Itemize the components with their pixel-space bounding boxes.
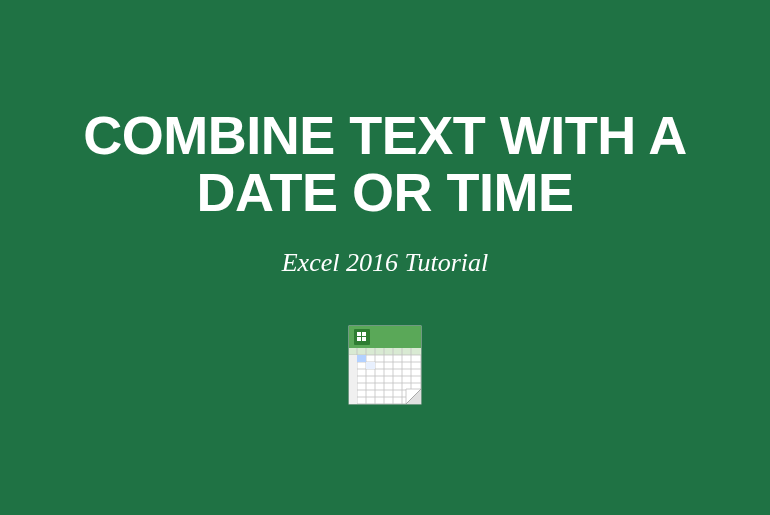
svg-rect-5 (362, 332, 366, 336)
excel-spreadsheet-icon (346, 320, 424, 408)
svg-rect-24 (349, 355, 357, 404)
page-subtitle: Excel 2016 Tutorial (282, 248, 489, 278)
svg-rect-6 (362, 337, 366, 341)
page-title: COMBINE TEXT WITH A DATE OR TIME (0, 107, 770, 220)
svg-rect-23 (366, 362, 375, 369)
svg-rect-3 (357, 332, 361, 336)
svg-rect-22 (357, 355, 366, 362)
svg-rect-4 (357, 337, 361, 341)
svg-rect-7 (349, 348, 421, 355)
